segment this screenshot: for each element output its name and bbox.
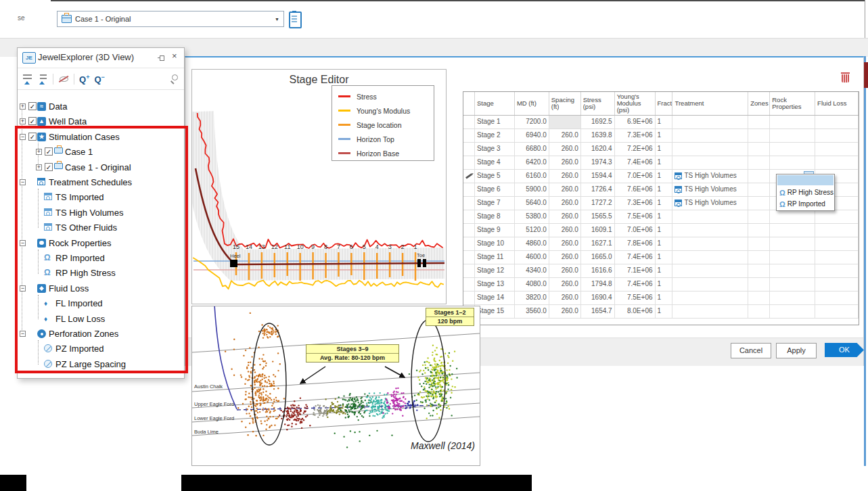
cell-young-s-modulus-psi[interactable]: 7.1E+06 (615, 264, 656, 277)
cell-rock-properties[interactable] (770, 305, 815, 318)
cell-zones[interactable] (748, 237, 770, 250)
cell-treatment[interactable]: TS High Volumes (672, 197, 748, 210)
cell-young-s-modulus-psi[interactable]: 6.9E+06 (615, 116, 656, 128)
apply-button[interactable]: Apply (776, 343, 817, 358)
cell-stress-psi[interactable]: 1654.7 (581, 305, 615, 318)
cell-fractures[interactable]: 1 (656, 143, 673, 156)
delete-trash-icon[interactable] (841, 72, 850, 83)
cell-stage[interactable]: Stage 3 (475, 143, 515, 156)
cell-md-ft[interactable]: 4860.0 (515, 237, 549, 250)
cell-young-s-modulus-psi[interactable]: 7.8E+06 (615, 237, 656, 250)
row-marker-cell[interactable] (463, 143, 475, 156)
cell-md-ft[interactable]: 6160.0 (515, 170, 549, 183)
cell-treatment[interactable] (672, 237, 748, 250)
cell-fractures[interactable]: 1 (656, 291, 673, 304)
cell-zones[interactable] (748, 264, 770, 277)
cell-stress-psi[interactable]: 1616.6 (581, 264, 615, 277)
row-marker-cell[interactable] (463, 156, 475, 169)
cell-stress-psi[interactable]: 1692.5 (581, 116, 615, 128)
cell-young-s-modulus-psi[interactable]: 7.0E+06 (615, 170, 656, 183)
cell-fluid-loss[interactable] (815, 156, 859, 169)
cell-fluid-loss[interactable] (815, 224, 859, 237)
cell-spacing-ft[interactable]: 260.0 (549, 143, 581, 156)
tree-item-data[interactable]: +✓≈Data (18, 99, 184, 114)
cell-stress-psi[interactable]: 1794.8 (581, 278, 615, 291)
cell-young-s-modulus-psi[interactable]: 7.0E+06 (615, 224, 656, 237)
panel-titlebar[interactable]: JE JewelExplorer (3D View) × (18, 48, 184, 68)
cell-spacing-ft[interactable]: 260.0 (549, 210, 581, 223)
cell-fractures[interactable]: 1 (656, 183, 673, 196)
cell-treatment[interactable] (672, 129, 748, 142)
cell-spacing-ft[interactable]: 260.0 (549, 264, 581, 277)
cell-young-s-modulus-psi[interactable]: 7.4E+06 (615, 156, 656, 169)
cell-stage[interactable]: Stage 12 (475, 264, 515, 277)
cell-fractures[interactable]: 1 (656, 251, 673, 264)
cell-rock-properties[interactable] (770, 291, 815, 304)
cell-rock-properties[interactable] (770, 116, 815, 128)
dropdown-item-rp-high-stress[interactable]: ΩRP High Stress (777, 187, 833, 198)
cell-md-ft[interactable]: 3560.0 (515, 305, 549, 318)
cell-fluid-loss[interactable] (815, 305, 859, 318)
cell-spacing-ft[interactable]: 260.0 (549, 156, 581, 169)
cell-spacing-ft[interactable]: 260.0 (549, 224, 581, 237)
tree-checkbox[interactable]: ✓ (28, 102, 37, 110)
clipboard-icon[interactable] (289, 11, 302, 28)
cell-spacing-ft[interactable] (549, 116, 581, 128)
cell-young-s-modulus-psi[interactable]: 8.0E+06 (615, 305, 656, 318)
cell-zones[interactable] (748, 291, 770, 304)
cell-stage[interactable]: Stage 1 (475, 116, 515, 128)
tree-checkbox[interactable]: ✓ (28, 117, 37, 125)
dropdown-item-blank[interactable] (777, 175, 833, 185)
cell-zones[interactable] (748, 210, 770, 223)
case-selector-dropdown[interactable]: Case 1 - Original ▼ (57, 11, 284, 27)
cell-stage[interactable]: Stage 6 (475, 183, 515, 196)
cell-md-ft[interactable]: 5640.0 (515, 197, 549, 210)
cell-treatment[interactable] (672, 143, 748, 156)
cell-fluid-loss[interactable] (815, 116, 859, 128)
cell-fluid-loss[interactable] (815, 210, 859, 223)
cell-young-s-modulus-psi[interactable]: 7.4E+06 (615, 251, 656, 264)
cell-fluid-loss[interactable] (815, 143, 859, 156)
cell-md-ft[interactable]: 4080.0 (515, 278, 549, 291)
cell-stage[interactable]: Stage 2 (475, 129, 515, 142)
cell-spacing-ft[interactable]: 260.0 (549, 278, 581, 291)
cell-rock-properties[interactable] (770, 251, 815, 264)
cell-zones[interactable] (748, 116, 770, 128)
row-marker-cell[interactable] (463, 224, 475, 237)
cell-stage[interactable]: Stage 5 (475, 170, 515, 183)
expand-plus-box[interactable]: + (20, 103, 26, 110)
cell-stage[interactable]: Stage 14 (475, 291, 515, 304)
cell-spacing-ft[interactable]: 260.0 (549, 305, 581, 318)
cell-stress-psi[interactable]: 1627.1 (581, 237, 615, 250)
cell-zones[interactable] (748, 183, 770, 196)
cell-spacing-ft[interactable]: 260.0 (549, 291, 581, 304)
cell-rock-properties[interactable] (770, 224, 815, 237)
cell-zones[interactable] (748, 143, 770, 156)
row-marker-cell[interactable] (463, 116, 475, 128)
cell-young-s-modulus-psi[interactable]: 7.3E+06 (615, 129, 656, 142)
cell-zones[interactable] (748, 224, 770, 237)
cell-zones[interactable] (748, 129, 770, 142)
cell-treatment[interactable] (672, 210, 748, 223)
cell-stage[interactable]: Stage 4 (475, 156, 515, 169)
expand-all-icon[interactable] (38, 74, 48, 85)
row-marker-cell[interactable] (463, 197, 475, 210)
cell-rock-properties[interactable] (770, 143, 815, 156)
cell-stress-psi[interactable]: 1609.1 (581, 224, 615, 237)
cell-rock-properties[interactable] (770, 278, 815, 291)
ok-button[interactable]: OK (825, 343, 864, 357)
cell-stress-psi[interactable]: 1665.0 (581, 251, 615, 264)
search-icon[interactable] (170, 74, 179, 84)
cell-fractures[interactable]: 1 (656, 224, 673, 237)
cell-fractures[interactable]: 1 (656, 156, 673, 169)
cell-stress-psi[interactable]: 1565.5 (581, 210, 615, 223)
cell-md-ft[interactable]: 5120.0 (515, 224, 549, 237)
cell-md-ft[interactable]: 5900.0 (515, 183, 549, 196)
cell-young-s-modulus-psi[interactable]: 7.6E+06 (615, 183, 656, 196)
row-marker-cell[interactable] (463, 291, 475, 304)
cell-young-s-modulus-psi[interactable]: 7.2E+06 (615, 143, 656, 156)
hide-visibility-icon[interactable] (58, 74, 69, 83)
row-marker-cell[interactable] (463, 237, 475, 250)
row-marker-cell[interactable] (463, 264, 475, 277)
cell-spacing-ft[interactable]: 260.0 (549, 129, 581, 142)
